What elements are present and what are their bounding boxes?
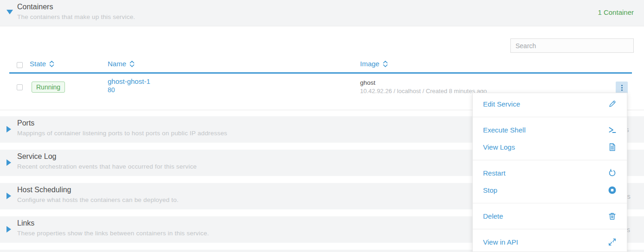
select-all-checkbox[interactable] (17, 62, 23, 68)
expand-caret-icon[interactable] (6, 126, 11, 132)
column-header-image[interactable]: Image (360, 60, 388, 68)
section-subtitle-ports: Mappings of container listening ports to… (17, 130, 227, 137)
menu-item-view-logs[interactable]: View Logs (473, 139, 627, 156)
container-count-badge: 1 Container (598, 8, 634, 16)
section-title-containers: Containers (17, 3, 53, 11)
search-input[interactable] (510, 38, 634, 53)
section-title-service-log: Service Log (17, 152, 57, 161)
section-subtitle-links: These properties show the links between … (17, 230, 209, 237)
menu-item-execute-shell[interactable]: Execute Shell (473, 121, 627, 139)
trash-icon (608, 212, 617, 220)
menu-item-view-in-api[interactable]: View in API (473, 233, 627, 251)
restart-icon (608, 169, 617, 177)
section-subtitle-host-scheduling: Configure what hosts the containers can … (17, 196, 179, 203)
sort-icon (49, 61, 54, 67)
menu-item-delete[interactable]: Delete (473, 208, 627, 225)
terminal-icon (608, 126, 617, 134)
section-title-links: Links (17, 219, 34, 227)
menu-divider (473, 229, 627, 229)
section-subtitle-containers: The containers that make up this service… (17, 13, 135, 20)
row-actions-menu: Edit Service Execute Shell View Logs (472, 93, 627, 252)
expand-caret-icon[interactable] (6, 193, 11, 199)
file-icon (608, 143, 617, 151)
expand-caret-icon[interactable] (6, 226, 11, 233)
section-subtitle-service-log: Recent orchestration events that have oc… (17, 163, 197, 170)
collapse-caret-icon[interactable] (6, 10, 13, 14)
sort-icon (129, 61, 135, 67)
menu-item-edit-service[interactable]: Edit Service (473, 95, 627, 113)
containers-section-header[interactable]: Containers The containers that make up t… (0, 0, 644, 26)
stop-icon (608, 186, 617, 195)
row-actions-button[interactable] (616, 82, 628, 94)
dots-vertical-icon (621, 85, 623, 91)
menu-item-stop[interactable]: Stop (473, 182, 627, 199)
row-checkbox[interactable] (17, 84, 23, 90)
column-header-name[interactable]: Name (108, 60, 135, 68)
section-title-host-scheduling: Host Scheduling (17, 186, 71, 194)
image-details: 10.42.92.26 / localhost / Created 8 minu… (360, 88, 487, 94)
menu-divider (473, 160, 627, 160)
page: Containers The containers that make up t… (0, 0, 644, 252)
container-name-link[interactable]: ghost-ghost-1 (108, 77, 150, 85)
pencil-icon (608, 100, 617, 108)
section-title-ports: Ports (17, 119, 34, 127)
image-name: ghost (360, 79, 487, 86)
menu-item-restart[interactable]: Restart (473, 164, 627, 182)
name-cell: ghost-ghost-1 80 (108, 77, 150, 94)
status-badge: Running (32, 82, 65, 93)
external-link-icon (608, 238, 617, 246)
image-cell: ghost 10.42.92.26 / localhost / Created … (360, 79, 487, 94)
menu-divider (473, 203, 627, 203)
expand-caret-icon[interactable] (6, 159, 11, 166)
column-header-state[interactable]: State (30, 60, 54, 68)
menu-divider (473, 117, 627, 117)
sort-icon (383, 61, 388, 67)
container-port: 80 (108, 86, 150, 94)
table-header-rule (9, 72, 632, 74)
